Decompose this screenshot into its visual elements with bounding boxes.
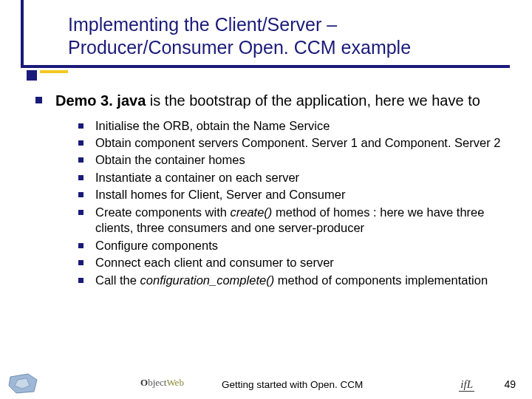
decoration-square bbox=[27, 70, 37, 81]
footer-text: Getting started with Open. CCM bbox=[222, 379, 363, 390]
bullet-text: Configure components bbox=[95, 238, 218, 253]
bullet-text: Call the configuration_complete() method… bbox=[95, 273, 488, 288]
bullet-text: Install homes for Client, Server and Con… bbox=[95, 187, 345, 202]
title-line-2: Producer/Consumer Open. CCM example bbox=[68, 37, 411, 58]
square-bullet-icon bbox=[78, 260, 83, 265]
decoration-yellow-bar bbox=[40, 70, 68, 73]
bullet-level2: Obtain the container homes bbox=[78, 152, 514, 168]
square-bullet-icon bbox=[78, 175, 83, 180]
map-icon bbox=[7, 372, 40, 395]
bullet-text: Obtain component servers Component. Serv… bbox=[95, 135, 500, 151]
square-bullet-icon bbox=[78, 140, 83, 146]
title-line-1: Implementing the Client/Server – bbox=[68, 14, 337, 35]
slide: Implementing the Client/Server – Produce… bbox=[0, 0, 532, 399]
square-bullet-icon bbox=[78, 192, 83, 197]
lead-bold: Demo 3. java bbox=[55, 92, 146, 109]
lead-rest: is the bootstrap of the application, her… bbox=[146, 92, 480, 109]
bullet-level2: Call the configuration_complete() method… bbox=[78, 273, 514, 288]
slide-content: Demo 3. java is the bootstrap of the app… bbox=[35, 92, 514, 290]
bullet-level2: Instantiate a container on each server bbox=[78, 170, 514, 185]
page-number: 49 bbox=[504, 378, 516, 390]
bullet-level2: Configure components bbox=[78, 238, 514, 253]
bullet-text: Instantiate a container on each server bbox=[95, 170, 299, 185]
bullet-level2: Create components with create() method o… bbox=[78, 205, 514, 236]
footer-logo-left bbox=[7, 372, 40, 395]
bullet-text: Initialise the ORB, obtain the Name Serv… bbox=[95, 118, 330, 134]
square-bullet-icon bbox=[78, 278, 83, 283]
bullet-level1: Demo 3. java is the bootstrap of the app… bbox=[35, 92, 514, 111]
sub-bullet-list: Initialise the ORB, obtain the Name Serv… bbox=[78, 118, 514, 288]
square-bullet-icon bbox=[78, 123, 83, 129]
bullet-text: Obtain the container homes bbox=[95, 152, 245, 168]
bullet-level1-text: Demo 3. java is the bootstrap of the app… bbox=[55, 92, 480, 111]
square-bullet-icon bbox=[78, 243, 83, 248]
decoration-vertical-bar bbox=[21, 0, 24, 65]
bullet-level2: Install homes for Client, Server and Con… bbox=[78, 187, 514, 202]
post-text: method of components implementation bbox=[274, 273, 488, 287]
footer-logo-right: ifL bbox=[459, 378, 474, 392]
slide-footer: ObjectWeb Getting started with Open. CCM… bbox=[0, 372, 532, 399]
pre-text: Call the bbox=[95, 273, 140, 287]
footer-logo-center: ObjectWeb bbox=[140, 377, 207, 392]
emphasis-text: configuration_complete() bbox=[140, 273, 275, 287]
square-bullet-icon bbox=[78, 157, 83, 163]
bullet-level2: Connect each client and consumer to serv… bbox=[78, 255, 514, 270]
square-bullet-icon bbox=[35, 97, 42, 103]
slide-title: Implementing the Client/Server – Produce… bbox=[68, 13, 511, 60]
square-bullet-icon bbox=[78, 210, 83, 215]
bullet-level2: Obtain component servers Component. Serv… bbox=[78, 135, 514, 151]
bullet-level2: Initialise the ORB, obtain the Name Serv… bbox=[78, 118, 514, 134]
center-logo-text: bject bbox=[148, 377, 166, 388]
bullet-text: Connect each client and consumer to serv… bbox=[95, 255, 334, 270]
bullet-text: Create components with create() method o… bbox=[95, 205, 514, 236]
emphasis-text: create() bbox=[231, 205, 273, 219]
pre-text: Create components with bbox=[95, 205, 231, 219]
decoration-horizontal-bar bbox=[21, 65, 510, 68]
